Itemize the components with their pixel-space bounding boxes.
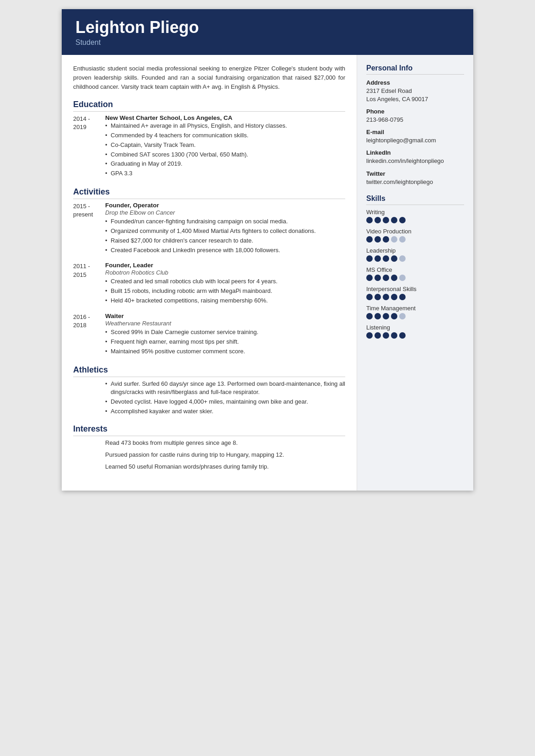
dot-filled (383, 294, 389, 300)
athletics-bullet: Avid surfer. Surfed 60 days/yr since age… (105, 380, 345, 397)
athletics-bullet: Devoted cyclist. Have logged 4,000+ mile… (105, 398, 345, 406)
skill-item: Writing (366, 209, 464, 223)
interests-section: Interests Read 473 books from multiple g… (73, 424, 345, 471)
dot-filled (366, 294, 373, 300)
dot-filled (383, 275, 389, 281)
address-line2: Los Angeles, CA 90017 (366, 95, 464, 103)
dot-filled (366, 313, 373, 319)
entry-bullet: GPA 3.3 (105, 169, 345, 178)
skill-name: Writing (366, 209, 464, 216)
linkedin-label: LinkedIn (366, 149, 464, 156)
skill-name: MS Office (366, 266, 464, 273)
entry-bullet: Held 40+ bracketed competitions, raising… (105, 297, 345, 305)
skill-dots (366, 313, 464, 319)
entry-bullet: Built 15 robots, including robotic arm w… (105, 287, 345, 296)
athletics-bullet: Accomplished kayaker and water skier. (105, 407, 345, 416)
skill-dots (366, 255, 464, 262)
athletics-bullets: Avid surfer. Surfed 60 days/yr since age… (73, 380, 345, 416)
entry-bullet: Founded/run cancer-fighting fundraising … (105, 217, 345, 226)
personal-info-section: Personal Info Address 2317 Edsel Road Lo… (366, 64, 464, 186)
interest-item: Learned 50 useful Romanian words/phrases… (105, 463, 345, 471)
dot-empty (399, 236, 406, 243)
entry-bullet: Graduating in May of 2019. (105, 160, 345, 168)
dot-filled (383, 236, 389, 243)
dot-filled (383, 255, 389, 262)
activities-section: Activities 2015 - present Founder, Opera… (73, 187, 345, 356)
entry-body: New West Charter School, Los Angeles, CA… (105, 114, 345, 179)
dot-empty (391, 236, 397, 243)
phone-value: 213-968-0795 (366, 116, 464, 124)
dot-filled (391, 217, 397, 223)
entry-bullet: Created Facebook and LinkedIn presence w… (105, 246, 345, 255)
dot-filled (383, 332, 389, 339)
entry-bullet: Co-Captain, Varsity Track Team. (105, 141, 345, 150)
skills-title: Skills (366, 194, 464, 205)
skill-item: Video Production (366, 228, 464, 243)
dot-filled (374, 255, 381, 262)
interests-items: Read 473 books from multiple genres sinc… (73, 439, 345, 471)
entry-date: 2014 - 2019 (73, 114, 105, 179)
entry-bullets: Created and led small robotics club with… (105, 277, 345, 305)
entry-bullet: Organized community of 1,400 Mixed Marti… (105, 227, 345, 236)
dot-filled (391, 275, 397, 281)
dot-filled (399, 294, 406, 300)
address-label: Address (366, 79, 464, 86)
summary-text: Enthusiastic student social media profes… (73, 64, 345, 92)
dot-filled (399, 332, 406, 339)
entry-bullets: Founded/run cancer-fighting fundraising … (105, 217, 345, 254)
candidate-name: Leighton Pliego (75, 18, 460, 37)
sidebar: Personal Info Address 2317 Edsel Road Lo… (357, 55, 473, 491)
education-entry: 2014 - 2019 New West Charter School, Los… (73, 114, 345, 179)
skills-list: Writing Video Production Leadership MS O… (366, 209, 464, 339)
entry-bullet: Maintained 95% positive customer comment… (105, 347, 345, 356)
twitter-label: Twitter (366, 170, 464, 177)
entry-date: 2011 - 2015 (73, 262, 105, 306)
skill-dots (366, 294, 464, 300)
entry-date: 2016 - 2018 (73, 313, 105, 357)
entry-sub: Robotron Robotics Club (105, 269, 345, 276)
dot-filled (366, 236, 373, 243)
dot-filled (391, 332, 397, 339)
dot-filled (383, 313, 389, 319)
activities-entries: 2015 - present Founder, Operator Drop th… (73, 202, 345, 356)
phone-label: Phone (366, 108, 464, 115)
skill-name: Time Management (366, 305, 464, 312)
activity-entry: 2016 - 2018 Waiter Weathervane Restauran… (73, 313, 345, 357)
education-section: Education 2014 - 2019 New West Charter S… (73, 100, 345, 179)
email-label: E-mail (366, 129, 464, 135)
address-line1: 2317 Edsel Road (366, 87, 464, 95)
dot-filled (391, 255, 397, 262)
entry-bullet: Frequent high earner, earning most tips … (105, 338, 345, 346)
entry-date: 2015 - present (73, 202, 105, 255)
resume-wrapper: Leighton Pliego Student Enthusiastic stu… (62, 9, 473, 491)
dot-filled (399, 217, 406, 223)
skill-dots (366, 217, 464, 223)
dot-empty (399, 255, 406, 262)
personal-info-title: Personal Info (366, 64, 464, 75)
dot-filled (366, 332, 373, 339)
entry-bullets: Maintained A+ average in all Physics, En… (105, 122, 345, 178)
dot-filled (391, 313, 397, 319)
entry-body: Founder, Leader Robotron Robotics Club C… (105, 262, 345, 306)
skill-name: Listening (366, 324, 464, 331)
skill-dots (366, 236, 464, 243)
interest-item: Read 473 books from multiple genres sinc… (105, 439, 345, 448)
skill-dots (366, 332, 464, 339)
dot-empty (399, 313, 406, 319)
dot-empty (399, 275, 406, 281)
dot-filled (391, 294, 397, 300)
activities-title: Activities (73, 187, 345, 199)
dot-filled (374, 275, 381, 281)
entry-bullets: Scored 99% in Dale Carnegie customer ser… (105, 328, 345, 356)
dot-filled (374, 332, 381, 339)
entry-sub: Drop the Elbow on Cancer (105, 209, 345, 216)
dot-filled (383, 217, 389, 223)
linkedin-value: linkedin.com/in/leightonpliego (366, 157, 464, 165)
skill-name: Leadership (366, 247, 464, 254)
header: Leighton Pliego Student (62, 9, 473, 55)
entry-bullet: Maintained A+ average in all Physics, En… (105, 122, 345, 130)
skill-dots (366, 275, 464, 281)
entry-org: Founder, Operator (105, 202, 345, 209)
skill-name: Interpersonal Skills (366, 286, 464, 292)
athletics-bullets-list: Avid surfer. Surfed 60 days/yr since age… (105, 380, 345, 416)
